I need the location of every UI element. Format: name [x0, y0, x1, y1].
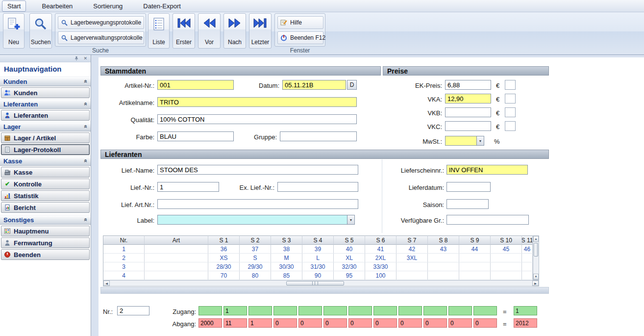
zugang-cell[interactable] [398, 306, 422, 315]
sizes-table-cell[interactable]: S [240, 254, 271, 262]
abgang-cell[interactable]: 0 [448, 318, 472, 328]
sidebar-item-beenden[interactable]: Beenden [1, 249, 90, 260]
zugang-cell[interactable] [448, 306, 472, 315]
artikel-nr-input[interactable] [157, 80, 234, 90]
zugang-cell[interactable] [323, 306, 347, 315]
sizes-table-cell[interactable]: 41 [365, 245, 396, 253]
scroll-down-button[interactable]: ▼ [533, 274, 539, 280]
abgang-cell[interactable]: 0 [348, 318, 372, 328]
horizontal-scrollbar[interactable]: ◀ ▶ [103, 280, 539, 286]
sizes-table-cell[interactable]: 37 [240, 245, 271, 253]
sizes-column-header[interactable]: S 9 [459, 235, 491, 245]
nach-button[interactable]: Nach [223, 13, 246, 49]
lief-nr-input[interactable] [157, 182, 219, 192]
sizes-column-header[interactable]: S 8 [428, 235, 459, 245]
sizes-table-cell[interactable]: 44 [459, 245, 491, 253]
abgang-cell[interactable]: 2000 [198, 318, 222, 328]
sizes-table-cell[interactable]: 3XL [396, 254, 428, 262]
sizes-column-header[interactable]: S 6 [365, 235, 396, 245]
sizes-table-cell[interactable]: 38 [271, 245, 302, 253]
sizes-table-cell[interactable] [145, 271, 208, 280]
zugang-cell[interactable] [373, 306, 397, 315]
sizes-table-cell[interactable]: 4 [103, 271, 145, 280]
label-combo-input[interactable] [157, 215, 354, 225]
sizes-table-cell[interactable]: 36 [208, 245, 240, 253]
abgang-cell[interactable]: 0 [423, 318, 447, 328]
sizes-column-header[interactable]: S 2 [240, 235, 271, 245]
sizes-table-cell[interactable]: 70 [208, 271, 240, 280]
sidebar-item-lager-artikel[interactable]: Lager / Artikel [1, 132, 90, 143]
sidebar-item-bericht[interactable]: Bericht [1, 202, 90, 213]
sizes-table-cell[interactable] [491, 254, 522, 262]
mwst-dropdown-button[interactable]: ▼ [476, 136, 484, 146]
scroll-left-button[interactable]: ◀ [103, 281, 110, 286]
sizes-table-cell[interactable]: 29/30 [240, 262, 271, 271]
hilfe-button[interactable]: Hilfe [277, 16, 323, 29]
abgang-cell[interactable]: 0 [373, 318, 397, 328]
sizes-table-cell[interactable]: 2 [103, 254, 145, 262]
sizes-table-cell[interactable]: 42 [396, 245, 428, 253]
lieferscheinnr-input[interactable] [446, 165, 528, 175]
sizes-table-cell[interactable] [522, 254, 533, 262]
sidebar-group-lager[interactable]: Lager » [0, 122, 91, 131]
verfuegbare-gr-input[interactable] [446, 215, 529, 225]
scroll-up-button[interactable]: ▲ [533, 236, 539, 242]
tab-start[interactable]: Start [2, 0, 26, 12]
sizes-table-cell[interactable] [396, 271, 428, 280]
sizes-table-cell[interactable] [145, 262, 208, 271]
vka-input[interactable] [445, 94, 491, 103]
liste-button[interactable]: Liste [148, 13, 170, 49]
sidebar-item-kasse[interactable]: Kasse [1, 167, 90, 178]
sizes-column-header[interactable]: Nr. [103, 235, 145, 245]
zugang-cell[interactable] [248, 306, 272, 315]
sizes-table-cell[interactable] [522, 262, 533, 271]
vertical-scroll-thumb[interactable] [534, 243, 538, 257]
tab-sortierung[interactable]: Sortierung [88, 1, 127, 11]
farbe-input[interactable] [157, 131, 234, 141]
sizes-table-cell[interactable] [459, 254, 491, 262]
sizes-column-header[interactable]: S 1 [208, 235, 240, 245]
sidebar-group-sonstiges[interactable]: Sonstiges » [0, 215, 91, 225]
neu-button[interactable]: Neu [3, 13, 25, 49]
sizes-column-header[interactable]: S 5 [334, 235, 365, 245]
sizes-column-header[interactable]: S 4 [302, 235, 334, 245]
datum-picker-button[interactable]: D [347, 80, 357, 90]
sizes-table-cell[interactable]: 95 [334, 271, 365, 280]
sizes-table-cell[interactable]: 39 [302, 245, 334, 253]
vkc-extra-box[interactable] [505, 121, 516, 131]
sizes-table-cell[interactable]: 45 [491, 245, 522, 253]
sidebar-item-kontrolle[interactable]: ✔ Kontrolle [1, 179, 90, 189]
abgang-cell[interactable]: 0 [398, 318, 422, 328]
sizes-table-cell[interactable]: 2XL [365, 254, 396, 262]
vkb-extra-box[interactable] [505, 107, 516, 117]
lieferdatum-input[interactable] [446, 182, 491, 192]
tab-bearbeiten[interactable]: Bearbeiten [37, 1, 77, 11]
abgang-cell[interactable]: 1 [248, 318, 272, 328]
zugang-cell[interactable] [423, 306, 447, 315]
sizes-table-cell[interactable]: 80 [240, 271, 271, 280]
sizes-table-cell[interactable] [428, 271, 459, 280]
sizes-table-cell[interactable]: 30/30 [271, 262, 302, 271]
sizes-column-header[interactable]: S 3 [271, 235, 302, 245]
vertical-scrollbar[interactable]: ▲ ▼ [533, 235, 539, 280]
sizes-table-cell[interactable]: 43 [428, 245, 459, 253]
horizontal-scroll-thumb[interactable] [286, 281, 344, 285]
vkc-input[interactable] [445, 121, 491, 131]
lief-art-nr-input[interactable] [157, 199, 358, 209]
abgang-cell[interactable]: 0 [323, 318, 347, 328]
sizes-table-cell[interactable]: 100 [365, 271, 396, 280]
qualitaet-input[interactable] [157, 114, 357, 124]
sidebar-item-lieferanten[interactable]: Lieferanten [1, 110, 90, 121]
sidebar-group-kasse[interactable]: Kasse » [0, 156, 91, 166]
sizes-column-header[interactable]: S 7 [396, 235, 428, 245]
vka-extra-box[interactable] [505, 94, 516, 103]
sizes-table-cell[interactable]: L [302, 254, 334, 262]
saison-input[interactable] [446, 199, 489, 209]
sidebar-item-lager-protokoll[interactable]: Lager-Protokoll [1, 144, 90, 155]
sizes-table-cell[interactable] [428, 254, 459, 262]
sizes-table-cell[interactable] [491, 262, 522, 271]
vkb-input[interactable] [445, 107, 491, 117]
erster-button[interactable]: Erster [173, 13, 195, 49]
sizes-table-cell[interactable]: 32/30 [334, 262, 365, 271]
sidebar-group-kunden[interactable]: Kunden » [0, 77, 91, 86]
